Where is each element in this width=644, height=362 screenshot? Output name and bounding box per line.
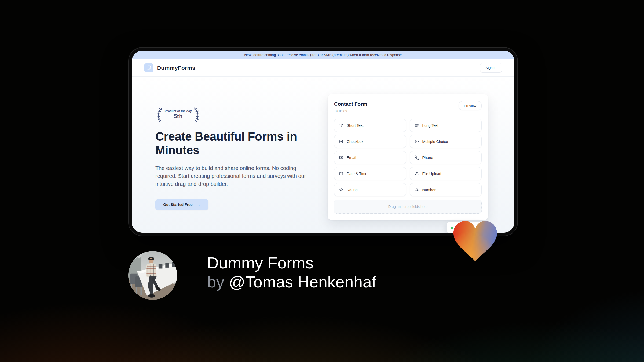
field-label: Email: [347, 156, 356, 160]
brand-name: DummyForms: [157, 65, 195, 71]
brand-logo-icon: [144, 63, 153, 72]
form-builder-card: Contact Form 10 fields Preview Short Tex…: [328, 94, 488, 220]
app-window: New feature coming soon: receive emails …: [132, 51, 514, 233]
product-of-the-day-badge: Product of the day 5th: [155, 106, 201, 123]
field-label: Rating: [347, 188, 357, 192]
field-label: Date & Time: [347, 172, 367, 176]
field-tile-number[interactable]: Number: [410, 183, 482, 196]
app-header: DummyForms Sign In: [132, 59, 514, 77]
field-label: Checkbox: [347, 139, 363, 144]
upload-icon: [415, 171, 419, 176]
phone-icon: [415, 155, 419, 160]
field-tile-checkbox[interactable]: Checkbox: [334, 135, 406, 148]
caption-byline: by @Tomas Henkenhaf: [207, 273, 376, 292]
preview-button[interactable]: Preview: [459, 101, 482, 110]
caption-by: by: [207, 273, 229, 291]
card-header: Contact Form 10 fields Preview: [334, 101, 482, 113]
field-grid: Short TextLong TextCheckboxMultiple Choi…: [334, 119, 482, 196]
arrow-right-icon: →: [196, 202, 200, 207]
hero-section: Product of the day 5th Create Beautiful …: [132, 77, 514, 233]
get-started-button[interactable]: Get Started Free →: [155, 199, 208, 210]
announcement-banner: New feature coming soon: receive emails …: [132, 51, 514, 59]
hash-icon: [415, 187, 419, 192]
card-title-block: Contact Form 10 fields: [334, 101, 367, 113]
award-title: Product of the day: [165, 109, 192, 113]
award-rank: 5th: [165, 113, 192, 120]
field-tile-phone[interactable]: Phone: [410, 151, 482, 164]
hero-copy: Product of the day 5th Create Beautiful …: [155, 106, 316, 210]
field-label: Phone: [422, 156, 433, 160]
dropzone-text: Drag and drop fields here: [388, 205, 428, 209]
multiple-choice-icon: [415, 139, 419, 144]
announcement-text: New feature coming soon: receive emails …: [244, 53, 402, 57]
award-text: Product of the day 5th: [165, 109, 192, 120]
long-text-icon: [415, 123, 419, 128]
sign-in-button[interactable]: Sign In: [480, 63, 502, 73]
field-tile-file-upload[interactable]: File Upload: [410, 167, 482, 180]
caption-author: @Tomas Henkenhaf: [229, 273, 376, 291]
author-avatar: [128, 251, 177, 300]
browser-window-frame: New feature coming soon: receive emails …: [128, 47, 518, 236]
laurel-right-icon: [193, 106, 201, 123]
laurel-left-icon: [156, 106, 164, 123]
brand: DummyForms: [144, 63, 195, 72]
star-icon: [339, 187, 343, 192]
short-text-icon: [339, 123, 343, 128]
field-tile-long-text[interactable]: Long Text: [410, 119, 482, 132]
field-label: Number: [422, 188, 436, 192]
field-tile-multiple-choice[interactable]: Multiple Choice: [410, 135, 482, 148]
promo-canvas: New feature coming soon: receive emails …: [0, 0, 644, 362]
checkbox-icon: [339, 139, 343, 144]
gradient-heart-icon: [449, 217, 502, 265]
hero-heading: Create Beautiful Forms in Minutes: [155, 130, 306, 157]
field-tile-email[interactable]: Email: [334, 151, 406, 164]
field-label: Short Text: [347, 123, 364, 128]
form-title: Contact Form: [334, 101, 367, 107]
field-label: Multiple Choice: [422, 139, 448, 144]
get-started-label: Get Started Free: [163, 202, 193, 207]
dropzone[interactable]: Drag and drop fields here: [334, 200, 482, 214]
field-tile-rating[interactable]: Rating: [334, 183, 406, 196]
field-tile-short-text[interactable]: Short Text: [334, 119, 406, 132]
form-builder-card-wrap: Contact Form 10 fields Preview Short Tex…: [328, 94, 488, 220]
fields-count: 10 fields: [334, 109, 367, 113]
email-icon: [339, 155, 343, 160]
caption: Dummy Forms by @Tomas Henkenhaf: [207, 254, 376, 292]
hero-description: The easiest way to build and share onlin…: [155, 164, 310, 188]
field-label: File Upload: [422, 172, 441, 176]
calendar-icon: [339, 171, 343, 176]
field-label: Long Text: [422, 123, 438, 128]
caption-title: Dummy Forms: [207, 254, 376, 273]
field-tile-date-time[interactable]: Date & Time: [334, 167, 406, 180]
